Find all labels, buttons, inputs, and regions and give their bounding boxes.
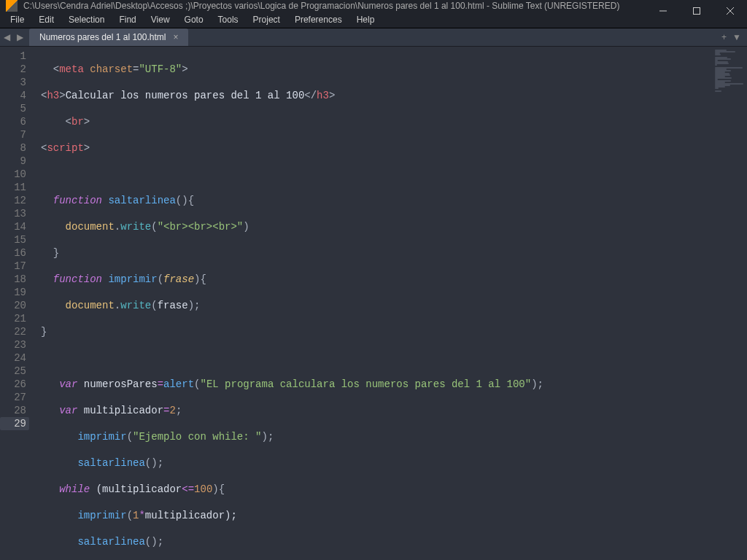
file-tab-label: Numeros pares del 1 al 100.html: [39, 32, 166, 42]
tab-history-back[interactable]: ◀: [1, 32, 12, 42]
code-content[interactable]: <meta charset="UTF-8"> <h3>Calcular los …: [35, 47, 747, 560]
menu-bar: File Edit Selection Find View Goto Tools…: [0, 12, 747, 28]
app-logo-icon: [6, 0, 18, 12]
menu-file[interactable]: File: [3, 12, 31, 28]
tab-close-icon[interactable]: ×: [173, 32, 178, 42]
maximize-button[interactable]: [680, 0, 713, 22]
minimap[interactable]: [715, 50, 744, 86]
close-button[interactable]: [713, 0, 747, 22]
file-tab[interactable]: Numeros pares del 1 al 100.html ×: [29, 28, 188, 46]
tab-menu-icon[interactable]: ▼: [732, 32, 741, 42]
menu-project[interactable]: Project: [246, 12, 287, 28]
menu-tools[interactable]: Tools: [211, 12, 246, 28]
menu-help[interactable]: Help: [349, 12, 382, 28]
line-number-gutter: 12345 678910 1112131415 1617181920 21222…: [0, 47, 35, 560]
menu-find[interactable]: Find: [112, 12, 143, 28]
svg-rect-0: [694, 8, 700, 15]
menu-selection[interactable]: Selection: [61, 12, 112, 28]
title-bar: C:\Users\Cendra Adriel\Desktop\Accesos ;…: [0, 0, 747, 12]
window-title: C:\Users\Cendra Adriel\Desktop\Accesos ;…: [23, 1, 619, 11]
menu-goto[interactable]: Goto: [177, 12, 211, 28]
menu-preferences[interactable]: Preferences: [287, 12, 349, 28]
minimize-button[interactable]: [646, 0, 680, 22]
tab-bar: ◀ ▶ Numeros pares del 1 al 100.html × + …: [0, 28, 747, 47]
new-tab-button[interactable]: +: [721, 32, 727, 42]
menu-view[interactable]: View: [144, 12, 177, 28]
menu-edit[interactable]: Edit: [31, 12, 61, 28]
tab-history-forward[interactable]: ▶: [15, 32, 25, 42]
window-controls: [646, 0, 747, 22]
editor[interactable]: 12345 678910 1112131415 1617181920 21222…: [0, 47, 747, 560]
